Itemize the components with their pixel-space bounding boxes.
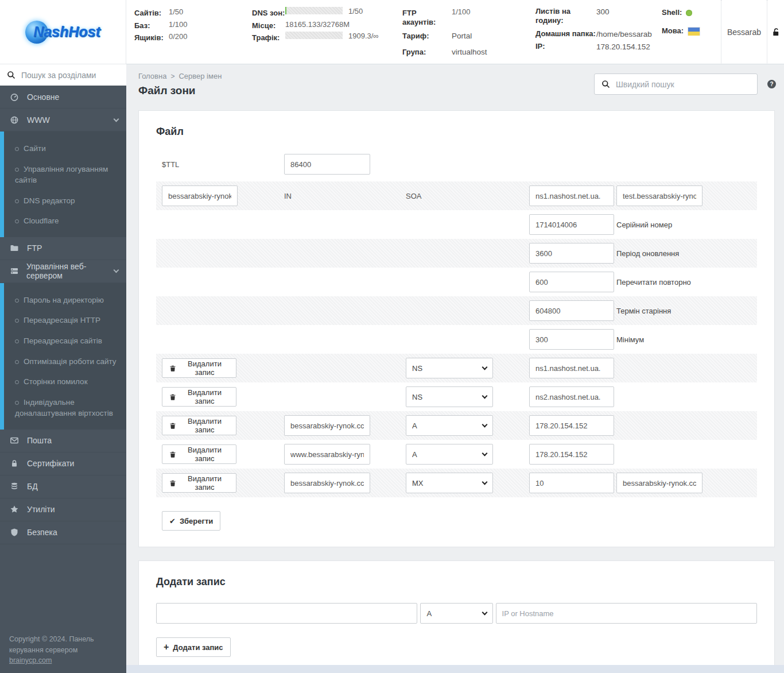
soa-param-row: Серійний номер: [156, 210, 757, 239]
brainycp-link[interactable]: brainycp.com: [9, 656, 52, 664]
stat-value: Portal: [452, 30, 472, 41]
sidebar-subitem-site-optimization[interactable]: Оптимізація роботи сайту: [4, 351, 126, 372]
stat-dns-zones: DNS зон: 1/50: [252, 7, 402, 18]
record-type-select[interactable]: NS: [406, 358, 493, 378]
sidebar-search[interactable]: [0, 64, 126, 86]
param-label: Перечитати повторно: [616, 278, 703, 287]
new-record-name-input[interactable]: [156, 603, 417, 624]
record-value-input[interactable]: [529, 444, 614, 465]
delete-record-button[interactable]: Видалити запис: [162, 387, 236, 407]
stat-value: 1/50: [169, 7, 183, 16]
sidebar-item-certificates[interactable]: Сертифікати: [0, 452, 126, 475]
star-icon: [10, 505, 20, 514]
sidebar-subitem-site-logging[interactable]: Управління логуванням сайтів: [4, 159, 126, 191]
help-button[interactable]: ?: [767, 80, 776, 88]
sidebar-item-ftp[interactable]: FTP: [0, 237, 126, 260]
sidebar-item-mail[interactable]: Пошта: [0, 430, 126, 452]
sidebar-subitem-cloudflare[interactable]: Cloudflare: [4, 211, 126, 231]
trash-icon: [169, 393, 176, 401]
new-record-value-input[interactable]: [496, 603, 757, 624]
unlock-icon: [771, 28, 780, 37]
sidebar-item-www[interactable]: WWW: [0, 109, 126, 131]
zone-file-card: Файл $TTL IN SOA Серійний номер Період о…: [138, 110, 775, 547]
trash-icon: [169, 422, 176, 430]
delete-record-button[interactable]: Видалити запис: [162, 444, 236, 464]
sidebar-subitem-sites[interactable]: Сайти: [4, 138, 126, 159]
expire-input[interactable]: [529, 300, 614, 321]
record-type-select[interactable]: A: [406, 415, 493, 436]
record-value-input[interactable]: [529, 358, 614, 378]
bullet-icon: [15, 319, 19, 323]
sidebar-item-webserver[interactable]: Управління веб-сервером: [0, 260, 126, 283]
globe-icon: [10, 115, 20, 125]
stat-ip: IP: 178.20.154.152: [535, 42, 662, 51]
retry-input[interactable]: [529, 272, 614, 292]
record-priority-input[interactable]: [529, 473, 614, 493]
sidebar-item-databases[interactable]: БД: [0, 475, 126, 498]
logout-button[interactable]: [767, 0, 784, 64]
refresh-input[interactable]: [529, 243, 614, 264]
record-name-input[interactable]: [284, 415, 370, 436]
user-menu[interactable]: Bessarab: [721, 0, 767, 64]
stat-traffic: Трафік: 1909.3/∞: [252, 32, 402, 42]
delete-record-button[interactable]: Видалити запис: [162, 358, 236, 378]
stat-group: Група: virtualhost: [402, 46, 535, 57]
sidebar-item-main[interactable]: Основне: [0, 86, 126, 109]
bullet-icon: [15, 147, 19, 151]
database-icon: [10, 482, 20, 491]
sidebar-item-label: Пошта: [27, 436, 52, 445]
account-stats: Сайтів: 1/50 Баз: 1/100 Ящиків: 0/200: [126, 0, 721, 64]
record-target-input[interactable]: [616, 473, 703, 493]
sidebar-item-security[interactable]: Безпека: [0, 521, 126, 544]
webserver-submenu: Пароль на директорію Переадресація HTTP …: [0, 283, 126, 430]
soa-admin-email-input[interactable]: [616, 185, 703, 206]
save-button[interactable]: ✔ Зберегти: [162, 511, 220, 531]
minimum-input[interactable]: [529, 329, 614, 350]
stat-label: Група:: [402, 46, 452, 57]
stat-label: Shell:: [662, 8, 682, 17]
soa-name-input[interactable]: [162, 185, 238, 206]
sidebar-subitem-dir-password[interactable]: Пароль на директорію: [4, 290, 126, 311]
record-row: Видалити запис MX: [156, 469, 757, 497]
breadcrumb-current: Сервер імен: [178, 72, 222, 80]
record-type-select[interactable]: NS: [406, 386, 493, 407]
bullet-icon: [15, 380, 19, 384]
sidebar-item-utilities[interactable]: Утиліти: [0, 498, 126, 521]
sidebar-subitem-error-pages[interactable]: Сторінки помилок: [4, 372, 126, 392]
delete-record-button[interactable]: Видалити запис: [162, 473, 236, 493]
serial-input[interactable]: [529, 214, 614, 235]
quick-search[interactable]: [594, 74, 758, 95]
sidebar-search-input[interactable]: [21, 71, 125, 80]
language-switcher[interactable]: Мова:: [662, 26, 717, 36]
record-row: Видалити запис A: [156, 411, 757, 440]
add-record-button[interactable]: + Додати запис: [156, 637, 231, 657]
sidebar-subitem-dns-editor[interactable]: DNS редактор: [4, 191, 126, 211]
breadcrumb-home[interactable]: Головна: [138, 72, 166, 80]
stat-mailboxes: Ящиків: 0/200: [134, 32, 252, 42]
stat-value: 18165.133/32768M: [285, 20, 350, 29]
record-name-input[interactable]: [284, 473, 370, 493]
nashhost-logo[interactable]: NashHost: [0, 0, 126, 64]
bottom-strip: [126, 665, 784, 673]
sidebar-subitem-http-redirect[interactable]: Переадресація HTTP: [4, 310, 126, 331]
stat-label: Місце:: [252, 20, 285, 30]
sidebar-item-label: БД: [27, 482, 38, 491]
new-record-type-select[interactable]: A: [420, 603, 492, 624]
quick-search-input[interactable]: [616, 80, 750, 89]
ttl-row: $TTL: [156, 153, 757, 176]
soa-primary-ns-input[interactable]: [529, 185, 614, 206]
record-value-input[interactable]: [529, 386, 614, 407]
ttl-input[interactable]: [284, 154, 370, 175]
sidebar-subitem-vhost-custom[interactable]: Індивідуальне доналаштування віртхостів: [4, 392, 126, 424]
record-type-select[interactable]: A: [406, 444, 493, 465]
stat-label: Тариф:: [402, 30, 452, 41]
record-name-input[interactable]: [284, 444, 370, 465]
record-type-select[interactable]: MX: [406, 473, 493, 493]
record-value-input[interactable]: [529, 415, 614, 436]
sidebar-subitem-site-redirect[interactable]: Переадресація сайтів: [4, 331, 126, 351]
server-icon: [10, 266, 19, 276]
stat-label: Трафік:: [252, 32, 285, 42]
delete-record-button[interactable]: Видалити запис: [162, 416, 236, 435]
sidebar-item-label: Утиліти: [27, 505, 55, 514]
logo-text: NashHost: [33, 24, 100, 40]
